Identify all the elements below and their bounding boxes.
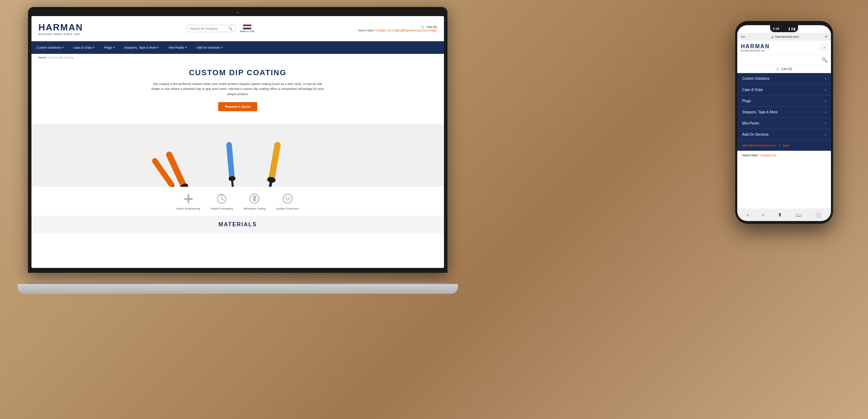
request-quote-button[interactable]: Request A Quote	[218, 102, 257, 111]
clock-icon	[215, 192, 228, 205]
phone-logo: HARMAN MOLDING IDEAS SINCE 1961	[741, 43, 770, 52]
breadcrumb-separator: /	[47, 56, 48, 59]
flag-icon	[243, 24, 251, 29]
phone-nav-caps-grips[interactable]: Caps & Grips ›	[737, 84, 831, 95]
wifi-icon: ▐	[788, 28, 790, 30]
phone: 2:18 ▐ ▐ ▓ AA 🔒 harmancorp.com ↺ HARMAN	[735, 21, 833, 224]
cart-icon: 🛒	[421, 25, 425, 29]
battery-icon: ▓	[794, 28, 795, 30]
nav-item-addon-services[interactable]: Add-On Services ▾	[192, 41, 228, 54]
phone-nav-stoppers[interactable]: Stoppers, Tape & More ›	[737, 107, 831, 118]
dollar-icon	[248, 192, 261, 205]
phone-nav-arrow-4: ›	[825, 121, 826, 125]
refresh-icon[interactable]: ↺	[825, 35, 827, 38]
phone-contact-link[interactable]: Contact Us	[760, 154, 776, 157]
nav-item-stoppers[interactable]: Stoppers, Tape & More ▾	[120, 41, 164, 54]
lock-icon: 🔒	[771, 35, 774, 38]
phone-url-display: 🔒 harmancorp.com	[771, 35, 799, 38]
feature-label-tooling: Affordable Tooling	[243, 207, 266, 210]
nav-item-custom-solutions[interactable]: Custom Solutions ▾	[31, 41, 69, 54]
header-right: 🛒 Cart (0) Need Help? Contact Us | sales…	[358, 25, 437, 32]
phone-search-icon[interactable]: 🔍	[822, 57, 827, 63]
phone-nav-mini-packs[interactable]: Mini-Packs ›	[737, 118, 831, 129]
email-link[interactable]: sales@harmancorp.com	[394, 29, 428, 32]
laptop-screen: HARMAN MOLDING IDEAS SINCE 1961 🔍 Made i…	[31, 16, 444, 268]
feature-affordable-tooling: Affordable Tooling	[243, 192, 266, 210]
svg-point-15	[286, 197, 287, 198]
phone-need-help: Need Help? Contact Us	[737, 151, 831, 160]
pliers-image	[31, 124, 444, 187]
feature-quality-production: Quality Production	[276, 192, 299, 210]
phone-email-link[interactable]: sales@harmancorp.com	[742, 144, 776, 147]
nav-arrow-mini-packs: ▾	[185, 46, 187, 49]
breadcrumb: Home / Custom Dip Coating	[31, 54, 444, 61]
page-title: CUSTOM DIP COATING	[38, 68, 437, 77]
materials-title: MATERIALS	[38, 221, 437, 228]
phone-status-icons: ▐ ▐ ▓	[788, 28, 795, 30]
search-input[interactable]	[190, 27, 228, 30]
phone-nav-arrow-5: ›	[825, 133, 826, 136]
phone-tabs-button[interactable]: ⬜	[815, 212, 821, 218]
phone-close-button[interactable]: X	[821, 44, 827, 51]
site-nav: Custom Solutions ▾ Caps & Grips ▾ Plugs …	[31, 41, 444, 54]
search-bar[interactable]: 🔍	[187, 25, 236, 32]
breadcrumb-home[interactable]: Home	[38, 56, 46, 59]
search-icon: 🔍	[228, 27, 232, 30]
phone-cart-label: Cart (0)	[781, 67, 792, 71]
contact-us-link[interactable]: Contact Us	[375, 29, 391, 32]
phone-body: 2:18 ▐ ▐ ▓ AA 🔒 harmancorp.com ↺ HARMAN	[735, 21, 833, 224]
logo-tagline: MOLDING IDEAS SINCE 1961	[38, 33, 83, 35]
page-content: CUSTOM DIP COATING Dip coating is the pr…	[31, 61, 444, 124]
phone-nav-arrow-3: ›	[825, 110, 826, 114]
phone-aa[interactable]: AA	[741, 35, 745, 38]
phone-bookmarks-button[interactable]: 📖	[796, 212, 802, 218]
phone-nav: Custom Solutions › Caps & Grips › Plugs …	[737, 73, 831, 160]
svg-point-14	[283, 194, 292, 203]
page-description: Dip coating is the preferred solution wh…	[150, 81, 325, 97]
phone-cart-bar[interactable]: 🛒 Cart (0)	[737, 65, 831, 73]
phone-login-link[interactable]: login	[783, 144, 789, 147]
url-text: harmancorp.com	[775, 35, 799, 38]
phone-notch: 2:18 ▐ ▐ ▓	[770, 25, 798, 32]
feature-rapid-prototyping: Rapid Prototyping	[211, 192, 233, 210]
phone-nav-arrow-2: ›	[825, 99, 826, 103]
phone-nav-plugs[interactable]: Plugs ›	[737, 95, 831, 107]
phone-screen: AA 🔒 harmancorp.com ↺ HARMAN MOLDING IDE…	[737, 25, 831, 220]
satisfaction-icon	[281, 192, 294, 205]
materials-section: MATERIALS	[31, 216, 444, 233]
nav-arrow-caps-grips: ▾	[93, 46, 94, 49]
nav-item-caps-grips[interactable]: Caps & Grips ▾	[69, 41, 100, 54]
phone-time: 2:18	[773, 27, 779, 30]
phone-cart-icon: 🛒	[776, 67, 780, 71]
nav-arrow-custom-solutions: ▾	[62, 46, 64, 49]
logo-company: HARMAN	[38, 22, 83, 33]
laptop: HARMAN MOLDING IDEAS SINCE 1961 🔍 Made i…	[28, 7, 447, 294]
svg-point-16	[288, 197, 289, 198]
phone-site-header: HARMAN MOLDING IDEAS SINCE 1961 X	[737, 41, 831, 55]
phone-nav-custom-solutions[interactable]: Custom Solutions ›	[737, 73, 831, 84]
svg-rect-3	[226, 142, 235, 181]
phone-logo-tagline: MOLDING IDEAS SINCE 1961	[741, 50, 770, 52]
nav-item-plugs[interactable]: Plugs ▾	[99, 41, 120, 54]
laptop-base	[17, 284, 458, 294]
phone-nav-addon[interactable]: Add-On Services ›	[737, 129, 831, 140]
phone-url-bar[interactable]: AA 🔒 harmancorp.com ↺	[737, 33, 831, 41]
feature-label-production: Quality Production	[276, 207, 299, 210]
product-image	[31, 124, 444, 187]
cart-info[interactable]: 🛒 Cart (0)	[421, 25, 437, 29]
phone-nav-arrow-0: ›	[825, 77, 826, 80]
laptop-camera	[236, 11, 239, 14]
phone-links-section: sales@harmancorp.com | login	[737, 140, 831, 151]
flag-badge: Made in USA	[240, 24, 254, 33]
phone-bottom-bar: ‹ › ⬆ 📖 ⬜	[737, 208, 831, 221]
features-row: Expert Engineering Rapid Prototyping	[31, 187, 444, 216]
phone-logo-company: HARMAN	[741, 43, 770, 50]
phone-search-bar[interactable]: 🔍	[737, 55, 831, 65]
phone-forward-button[interactable]: ›	[762, 212, 764, 218]
phone-share-button[interactable]: ⬆	[778, 212, 782, 218]
flag-label: Made in USA	[240, 30, 254, 33]
nav-item-mini-packs[interactable]: Mini-Packs ▾	[164, 41, 191, 54]
login-link[interactable]: login	[430, 29, 437, 32]
phone-back-button[interactable]: ‹	[747, 212, 749, 218]
svg-point-11	[188, 198, 189, 200]
